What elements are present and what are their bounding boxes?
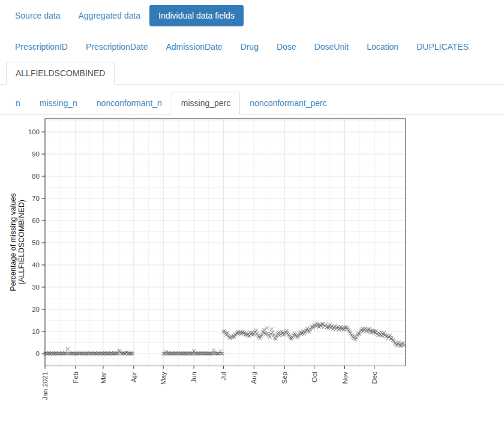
svg-text:10: 10: [32, 328, 40, 335]
svg-text:80: 80: [32, 173, 40, 180]
tab-location[interactable]: Location: [358, 36, 407, 58]
tab-admissiondate[interactable]: AdmissionDate: [157, 36, 231, 58]
svg-text:Jun: Jun: [190, 372, 197, 383]
primary-nav: Source dataAggregated dataIndividual dat…: [6, 5, 504, 26]
svg-text:50: 50: [32, 239, 40, 246]
tab-allfieldscombined[interactable]: ALLFIELDSCOMBINED: [6, 62, 115, 85]
svg-text:(ALLFIELDSCOMBINED): (ALLFIELDSCOMBINED): [17, 200, 26, 285]
x-tick-labels: Jan 2021FebMarAprMayJunJulAugSepOctNovDe…: [41, 371, 378, 400]
missing-perc-scatter-chart: 0102030405060708090100Jan 2021FebMarAprM…: [0, 114, 420, 414]
tab-duplicates[interactable]: DUPLICATES: [407, 36, 478, 58]
tab-individual-data-fields[interactable]: Individual data fields: [149, 5, 244, 26]
tab-missing-perc[interactable]: missing_perc: [172, 92, 240, 114]
tab-drug[interactable]: Drug: [232, 36, 268, 58]
tab-nonconformant-n[interactable]: nonconformant_n: [87, 92, 172, 114]
svg-text:Jul: Jul: [220, 372, 227, 381]
svg-text:100: 100: [28, 128, 40, 135]
svg-text:Nov: Nov: [341, 372, 349, 384]
svg-text:Feb: Feb: [72, 372, 79, 384]
svg-text:Percentage of missing values: Percentage of missing values: [9, 193, 17, 291]
svg-text:Aug: Aug: [250, 372, 257, 384]
svg-text:30: 30: [32, 284, 40, 291]
data-points: [43, 322, 405, 355]
svg-text:May: May: [160, 372, 167, 385]
tab-prescriptionid[interactable]: PrescriptionID: [6, 36, 77, 58]
svg-text:Sep: Sep: [281, 372, 288, 384]
tab-n[interactable]: n: [6, 92, 30, 114]
svg-text:0: 0: [36, 350, 40, 357]
gridlines-major: [45, 119, 406, 366]
combined-field-nav: ALLFIELDSCOMBINED: [0, 62, 504, 85]
plot-border: [45, 119, 406, 366]
svg-text:Dec: Dec: [371, 372, 378, 384]
svg-text:Oct: Oct: [311, 371, 318, 382]
svg-text:70: 70: [32, 195, 40, 202]
tab-aggregated-data[interactable]: Aggregated data: [70, 5, 150, 26]
data-field-nav: PrescriptionIDPrescriptionDateAdmissionD…: [6, 36, 504, 58]
metric-nav: nmissing_nnonconformant_nmissing_percnon…: [0, 92, 504, 114]
app-page: { "nav_primary": { "items": [ {"label": …: [0, 0, 504, 422]
chart-panel: 0102030405060708090100Jan 2021FebMarAprM…: [0, 114, 420, 414]
svg-text:40: 40: [32, 261, 40, 269]
svg-text:Apr: Apr: [130, 372, 137, 382]
y-tick-labels: 0102030405060708090100: [28, 128, 40, 357]
tab-source-data[interactable]: Source data: [6, 5, 70, 26]
svg-text:20: 20: [32, 306, 40, 313]
tab-missing-n[interactable]: missing_n: [30, 92, 87, 114]
tab-nonconformant-perc[interactable]: nonconformant_perc: [240, 92, 336, 114]
axis-ticks: [42, 132, 374, 369]
svg-text:Mar: Mar: [100, 372, 107, 384]
tab-dose[interactable]: Dose: [268, 36, 305, 58]
y-axis-title: Percentage of missing values(ALLFIELDSCO…: [9, 193, 26, 291]
tab-doseunit[interactable]: DoseUnit: [305, 36, 358, 58]
gridlines-minor: [45, 119, 406, 366]
svg-text:Jan 2021: Jan 2021: [41, 372, 49, 400]
tab-prescriptiondate[interactable]: PrescriptionDate: [77, 36, 157, 58]
svg-text:90: 90: [32, 150, 40, 158]
svg-text:60: 60: [32, 217, 40, 224]
